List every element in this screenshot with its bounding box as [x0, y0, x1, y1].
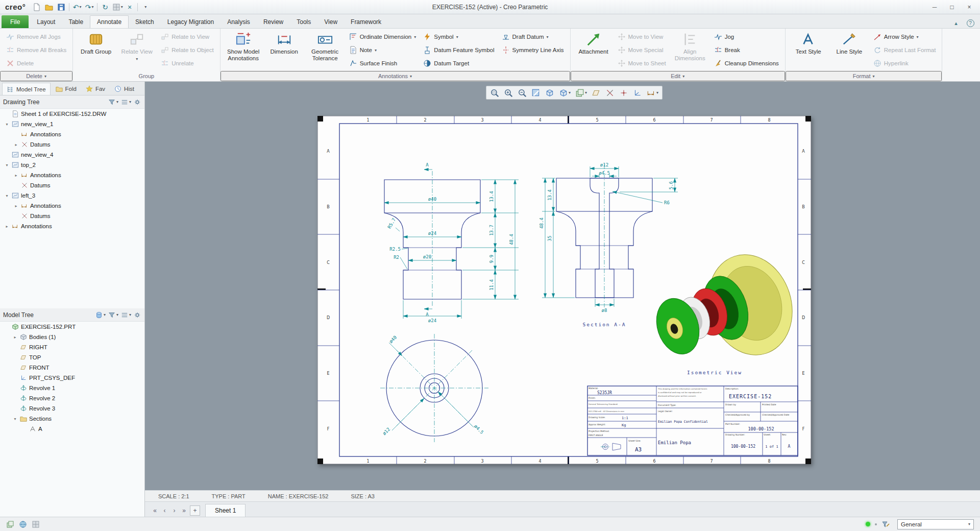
relate-to-object-button[interactable]: Relate to Object: [158, 43, 216, 57]
dim-label[interactable]: ø40: [428, 197, 436, 202]
draft-datum-button[interactable]: Draft Datum▾: [499, 30, 567, 43]
tree-item-annotations[interactable]: ▸Annotations: [0, 221, 144, 231]
redo-button[interactable]: ↷▾: [83, 2, 95, 13]
zoom-out-button[interactable]: [516, 87, 529, 99]
zoom-in-button[interactable]: [502, 87, 515, 99]
saved-views-button[interactable]: ▾: [573, 87, 589, 99]
relate-to-view-button[interactable]: Relate to View: [158, 30, 216, 43]
note-button[interactable]: Note▾: [346, 43, 420, 57]
tab-framework[interactable]: Framework: [344, 15, 388, 28]
hyperlink-button[interactable]: Hyperlink: [870, 57, 939, 70]
move-to-view-button[interactable]: Move to View: [615, 30, 669, 43]
tab-legacy-migration[interactable]: Legacy Migration: [161, 15, 220, 28]
plane-display-button[interactable]: [590, 87, 603, 99]
unrelate-button[interactable]: Unrelate: [158, 57, 216, 70]
tree-item-revolve-1[interactable]: Revolve 1: [0, 383, 144, 393]
tab-sketch[interactable]: Sketch: [129, 15, 161, 28]
remove-all-breaks-button[interactable]: Remove All Breaks: [3, 43, 69, 57]
surface-finish-button[interactable]: Surface Finish: [346, 57, 420, 70]
tab-analysis[interactable]: Analysis: [220, 15, 257, 28]
isometric-view-label[interactable]: Isometric View: [687, 370, 742, 375]
tree-item-datums[interactable]: Datums: [0, 211, 144, 221]
dim-label[interactable]: ø8: [602, 308, 607, 313]
tree-item-annotations[interactable]: Annotations: [0, 129, 144, 139]
dim-label[interactable]: R6: [664, 200, 670, 205]
tree-item-annotations[interactable]: ▸Annotations: [0, 201, 144, 211]
dimension-button[interactable]: Dimension: [264, 30, 304, 55]
tree-item-bodies[interactable]: ▸Bodies (1): [0, 332, 144, 342]
new-file-button[interactable]: [31, 2, 43, 13]
tree-item-datums[interactable]: ▸Datums: [0, 139, 144, 150]
customize-quick-access-button[interactable]: ▾: [139, 2, 152, 13]
delete-button[interactable]: Delete: [3, 57, 69, 70]
drawing-tree-settings-button[interactable]: [133, 98, 141, 106]
windows-button[interactable]: ▾: [111, 2, 124, 13]
tree-item-revolve-2[interactable]: Revolve 2: [0, 393, 144, 403]
move-special-button[interactable]: Move Special: [615, 43, 669, 57]
tab-favorites[interactable]: Fav: [82, 83, 109, 95]
break-button[interactable]: Break: [711, 43, 782, 57]
model-regen-status-button[interactable]: [6, 520, 14, 528]
undo-button[interactable]: ↶▾: [71, 2, 83, 13]
tree-item-csys[interactable]: PRT_CSYS_DEF: [0, 373, 144, 383]
tree-item-top-2[interactable]: ▾top_2: [0, 160, 144, 170]
repaint-button[interactable]: [529, 87, 543, 99]
csys-display-button[interactable]: [631, 87, 644, 99]
dim-label[interactable]: 35: [547, 236, 552, 242]
open-file-button[interactable]: [43, 2, 55, 13]
dim-label[interactable]: 9.9: [489, 255, 494, 263]
web-browser-button[interactable]: [19, 520, 27, 528]
selection-filter-dropdown[interactable]: General ▾: [897, 519, 974, 529]
tab-folder-browser[interactable]: Fold: [52, 83, 81, 95]
attachment-button[interactable]: Attachment: [574, 30, 614, 55]
format-group-label[interactable]: Format▾: [786, 71, 942, 81]
dim-label[interactable]: ø4.5: [599, 171, 610, 176]
section-label[interactable]: Section A-A: [583, 322, 626, 327]
drawing-sheet[interactable]: 12345678 12345678 ABCDEF ABCDEF: [317, 116, 811, 464]
tree-item-top-plane[interactable]: TOP: [0, 352, 144, 363]
arrow-style-button[interactable]: Arrow Style▾: [870, 30, 939, 43]
point-display-button[interactable]: [617, 87, 630, 99]
tree-item-section-a[interactable]: A: [0, 424, 144, 434]
previous-sheet-button[interactable]: ‹: [160, 504, 169, 517]
dim-label[interactable]: 5.6: [669, 181, 674, 189]
last-sheet-button[interactable]: »: [179, 504, 189, 517]
close-button[interactable]: ×: [961, 2, 978, 13]
tab-review[interactable]: Review: [257, 15, 290, 28]
add-sheet-button[interactable]: +: [190, 505, 200, 516]
dim-label[interactable]: ø24: [428, 231, 436, 236]
dim-label[interactable]: R2: [394, 255, 399, 260]
tab-annotate[interactable]: Annotate: [90, 15, 129, 28]
regenerate-button[interactable]: ↻: [99, 2, 111, 13]
minimize-button[interactable]: ─: [926, 2, 943, 13]
jog-button[interactable]: Jog: [711, 30, 782, 43]
tree-item-front-plane[interactable]: FRONT: [0, 363, 144, 373]
dim-label[interactable]: 13.7: [489, 225, 494, 236]
tree-item-new-view-1[interactable]: ▾new_view_1: [0, 119, 144, 129]
geometric-tolerance-button[interactable]: Geometric Tolerance: [305, 30, 345, 62]
show-model-annotations-button[interactable]: Show Model Annotations: [224, 30, 263, 62]
dim-label[interactable]: 48.4: [509, 234, 514, 245]
dim-label[interactable]: ø24: [428, 318, 436, 323]
zoom-box-button[interactable]: [488, 87, 501, 99]
relate-view-button[interactable]: Relate View▾: [117, 30, 157, 61]
annotations-group-label[interactable]: Annotations▾: [220, 71, 570, 81]
tab-view[interactable]: View: [317, 15, 344, 28]
drawing-tree-filter-button[interactable]: ▾: [108, 98, 119, 106]
remove-all-jogs-button[interactable]: Remove All Jogs: [3, 30, 69, 43]
tab-file[interactable]: File: [2, 15, 29, 28]
model-tree-filter-button[interactable]: ▾: [108, 311, 119, 319]
drawing-canvas[interactable]: ▾ ▾ ▾: [145, 82, 980, 490]
ordinate-dimension-button[interactable]: Ordinate Dimension▾: [346, 30, 420, 43]
draft-group-button[interactable]: Draft Group: [76, 30, 116, 55]
datum-target-button[interactable]: Datum Target: [420, 57, 497, 70]
section-arrow-label[interactable]: A: [426, 162, 429, 167]
selection-filter-button[interactable]: [881, 520, 890, 528]
next-sheet-button[interactable]: ›: [169, 504, 179, 517]
text-style-button[interactable]: Text Style: [789, 30, 828, 55]
maximize-button[interactable]: □: [943, 2, 961, 13]
tab-tools[interactable]: Tools: [290, 15, 317, 28]
tree-item-revolve-3[interactable]: Revolve 3: [0, 403, 144, 414]
close-window-button[interactable]: ×: [124, 2, 136, 13]
help-button[interactable]: ?: [965, 18, 976, 28]
